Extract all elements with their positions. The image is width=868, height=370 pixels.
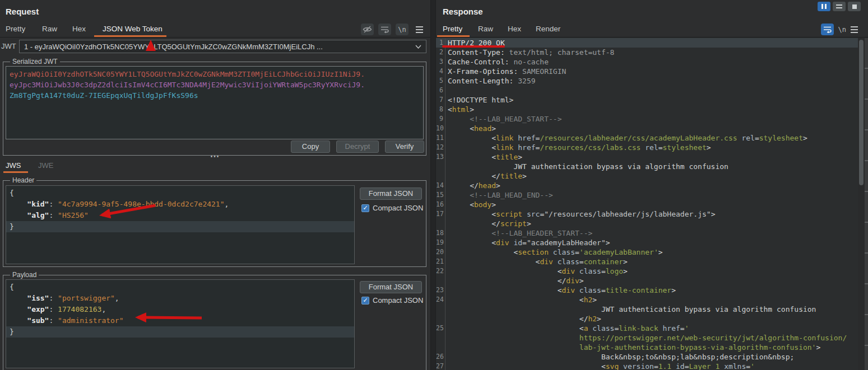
checkmark-icon: ✓ — [363, 205, 368, 211]
copy-button[interactable]: Copy — [291, 140, 330, 153]
code-row: 5Content-Length: 3259 — [436, 76, 858, 86]
tab-jws[interactable]: JWS — [6, 161, 21, 170]
burp-suite-window: Request Pretty Raw Hex JSON Web Token \n… — [0, 0, 868, 370]
format-json-button-payload[interactable]: Format JSON — [360, 281, 422, 293]
response-panel: Response Pretty Raw Hex Render \n 1HTTP/… — [436, 0, 868, 370]
code-row: </title> — [436, 171, 858, 181]
code-row: 11 <link href=/resources/labheader/css/a… — [436, 133, 858, 143]
code-row: 4X-Frame-Options: SAMEORIGIN — [436, 67, 858, 76]
scrollbar-track[interactable] — [858, 38, 865, 370]
newline-icon[interactable]: \n — [838, 26, 846, 34]
code-row: eyJpc3MiOiJwb3J0c3dpZ2dlciIsImV4cCI6MTc3… — [6, 79, 423, 90]
menu-icon[interactable] — [833, 2, 846, 11]
code-row: "alg": "HS256" — [6, 210, 354, 221]
newline-icon[interactable]: \n — [396, 24, 409, 35]
compact-json-label-header: Compact JSON — [373, 204, 423, 212]
splitter-drag-handle[interactable]: ••• — [0, 153, 430, 160]
code-row: 21 <div class=container> — [436, 257, 858, 266]
code-row: 15 <!--LAB_HEAD_END--> — [436, 190, 858, 200]
stop-icon[interactable] — [848, 2, 861, 11]
tab-response-hex[interactable]: Hex — [508, 22, 521, 37]
active-subtab-underline — [3, 171, 28, 173]
jwt-payload-group: Payload { "iss": "portswigger", "exp": 1… — [3, 275, 426, 370]
compact-json-row-payload: ✓ Compact JSON — [361, 296, 423, 305]
divider — [0, 37, 430, 38]
pause-icon[interactable] — [818, 2, 830, 11]
code-row: JWT authentication bypass via algorithm … — [436, 162, 858, 171]
tab-jwe[interactable]: JWE — [38, 161, 53, 170]
verify-button[interactable]: Verify — [385, 140, 424, 153]
menu-icon[interactable] — [851, 26, 858, 33]
request-panel-title: Request — [6, 7, 39, 16]
code-row: 6 — [436, 86, 858, 95]
code-row: 27 <svg version=1.1 id=Layer_1 xmlns=' — [436, 362, 858, 370]
code-row: 7<!DOCTYPE html> — [436, 95, 858, 105]
serialized-jwt-buttons: Copy Decrypt Verify — [291, 140, 424, 153]
code-row: 1HTTP/2 200 OK — [436, 38, 858, 48]
compact-json-label-payload: Compact JSON — [373, 296, 423, 305]
compact-json-checkbox-payload[interactable]: ✓ — [361, 297, 369, 305]
jwt-token-dropdown-value: 1 - eyJraWQiOiI0YzdhOTk5NC05YWY1LTQ5OGUt… — [24, 43, 415, 51]
scrollbar-thumb[interactable] — [859, 40, 864, 185]
code-row: </script> — [436, 219, 858, 228]
code-row: 23 <div class=title-container> — [436, 285, 858, 295]
tab-response-raw[interactable]: Raw — [478, 22, 493, 37]
tab-response-render[interactable]: Render — [536, 22, 560, 37]
decrypt-button[interactable]: Decrypt — [336, 140, 379, 153]
code-row: 14 </head> — [436, 181, 858, 190]
jwt-header-json-editor[interactable]: { "kid": "4c7a9994-9af5-498e-bbdd-0dcd2c… — [6, 185, 355, 264]
panel-splitter[interactable] — [430, 0, 436, 370]
code-row: 16 <body> — [436, 200, 858, 209]
code-row: { — [6, 188, 354, 199]
jwt-header-group: Header { "kid": "4c7a9994-9af5-498e-bbdd… — [3, 180, 426, 267]
code-row: 24 <h2> — [436, 295, 858, 305]
compact-json-checkbox-header[interactable]: ✓ — [361, 204, 369, 212]
code-row: "exp": 1774082163, — [6, 304, 354, 315]
code-row: </h2> — [436, 314, 858, 324]
code-row: 12 <link href=/resources/css/labs.css re… — [436, 143, 858, 152]
layout-control-buttons — [818, 2, 861, 11]
jwt-payload-group-label: Payload — [10, 271, 39, 279]
jwt-dropdown-label: JWT — [1, 42, 16, 50]
code-row: 10 <head> — [436, 124, 858, 133]
code-row: Zm8TgPgtA147t0duZ-7IEGEpqxUqTildgJpFfKsS… — [6, 90, 423, 101]
code-row: </div> — [436, 276, 858, 285]
checkmark-icon: ✓ — [363, 297, 368, 303]
code-row: { — [6, 282, 354, 293]
divider — [436, 37, 868, 38]
format-json-button-header[interactable]: Format JSON — [360, 188, 422, 200]
menu-icon[interactable] — [413, 24, 426, 35]
jwt-token-dropdown[interactable]: 1 - eyJraWQiOiI0YzdhOTk5NC05YWY1LTQ5OGUt… — [19, 40, 426, 53]
tab-request-raw[interactable]: Raw — [42, 22, 57, 37]
word-wrap-icon[interactable] — [821, 24, 834, 35]
code-row: 17 <script src="/resources/labheader/js/… — [436, 209, 858, 219]
chevron-down-icon — [415, 45, 421, 49]
code-row: 19 <div id="academyLabHeader"> — [436, 238, 858, 247]
serialized-jwt-group: Serialized JWT eyJraWQiOiI0YzdhOTk5NC05Y… — [3, 62, 426, 156]
code-row: "kid": "4c7a9994-9af5-498e-bbdd-0dcd2c7e… — [6, 199, 354, 210]
request-panel: Request Pretty Raw Hex JSON Web Token \n… — [0, 0, 430, 370]
code-row: } — [6, 221, 354, 232]
code-row: 3Cache-Control: no-cache — [436, 57, 858, 67]
code-row: https://portswigger.net/web-security/jwt… — [436, 333, 858, 343]
jwt-header-group-label: Header — [10, 176, 36, 184]
word-wrap-icon[interactable] — [378, 24, 391, 35]
jwt-payload-json-editor[interactable]: { "iss": "portswigger", "exp": 177408216… — [6, 279, 355, 368]
code-row: 8<html> — [436, 105, 858, 114]
code-row: 9 <!--LAB_HEAD_START--> — [436, 114, 858, 124]
eye-hidden-icon[interactable] — [361, 24, 374, 35]
code-row: "sub": "administrator" — [6, 315, 354, 326]
tab-request-pretty[interactable]: Pretty — [6, 22, 25, 37]
code-row: } — [6, 326, 354, 338]
response-code-view[interactable]: 1HTTP/2 200 OK2Content-Type: text/html; … — [436, 38, 858, 370]
response-panel-title: Response — [443, 7, 483, 16]
scroll-marker-strip — [865, 38, 868, 370]
code-row: 13 <title> — [436, 152, 858, 162]
code-row: JWT authentication bypass via algorithm … — [436, 305, 858, 314]
response-toolbar: \n — [821, 24, 858, 35]
serialized-jwt-group-label: Serialized JWT — [10, 58, 60, 65]
serialized-jwt-text-area[interactable]: eyJraWQiOiI0YzdhOTk5NC05YWY1LTQ5OGUtYmJk… — [6, 66, 424, 139]
code-row: 18 <!--LAB_HEADER_START--> — [436, 228, 858, 238]
tab-request-hex[interactable]: Hex — [72, 22, 86, 37]
code-row: 26 Back&nbsp;to&nbsp;lab&nbsp;descriptio… — [436, 352, 858, 362]
